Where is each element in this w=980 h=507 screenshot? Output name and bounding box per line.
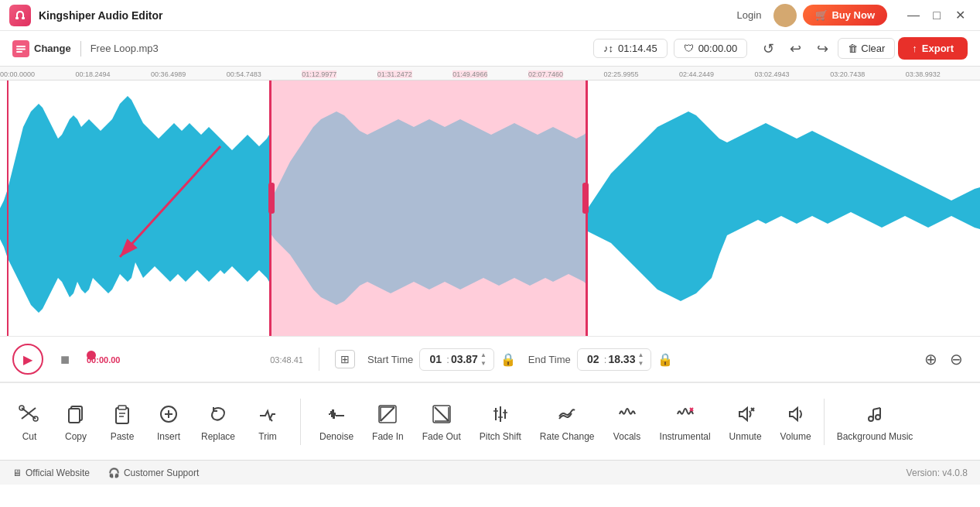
end-lock-icon[interactable]: 🔒 [657, 352, 673, 367]
end-time-stepper[interactable]: ▲ ▼ [637, 351, 644, 368]
end-time-down[interactable]: ▼ [637, 360, 644, 368]
app-title: Kingshiper Audio Editor [39, 9, 731, 22]
paste-icon [110, 402, 135, 426]
ruler-mark-8: 02:25.9955 [603, 70, 638, 78]
ruler-mark-5: 01:31.2472 [377, 70, 412, 78]
undo-button[interactable]: ↩ [784, 37, 808, 60]
tools-section-divider-1 [300, 399, 301, 445]
copy-label: Copy [65, 431, 87, 442]
pitch-shift-tool[interactable]: Pitch Shift [470, 396, 531, 448]
svg-rect-4 [16, 51, 22, 53]
tools-bar: Cut Copy Paste Insert Replace [0, 382, 980, 460]
rate-change-tool[interactable]: Rate Change [531, 396, 604, 448]
ruler-mark-4: 01:12.9977 [302, 70, 336, 78]
login-button[interactable]: Login [731, 6, 768, 24]
close-button[interactable]: ✕ [949, 5, 971, 26]
start-time-down[interactable]: ▼ [480, 360, 487, 368]
time-display: ♪↕ 01:14.45 🛡 00:00.00 [593, 39, 747, 58]
playback-bar: ▶ ■ 00:00.00 03:48.41 ⊞ Start Time 01 : … [0, 336, 980, 382]
start-time-stepper[interactable]: ▲ ▼ [480, 351, 487, 368]
instrumental-tool[interactable]: Instrumental [650, 396, 720, 448]
ruler-mark-3: 00:54.7483 [227, 70, 261, 78]
ruler-mark-0: 00:00.0000 [0, 70, 35, 78]
trim-tool[interactable]: Trim [244, 396, 291, 448]
ruler-mark-12: 03:38.9932 [906, 70, 941, 78]
insert-tool[interactable]: Insert [145, 396, 192, 448]
duration-box: ♪↕ 01:14.45 [593, 39, 668, 58]
denoise-tool[interactable]: Denoise [310, 396, 363, 448]
clear-button[interactable]: 🗑 Clear [838, 38, 895, 59]
redo-button[interactable]: ↪ [811, 37, 835, 60]
ruler-mark-6: 01:49.4966 [452, 70, 487, 78]
ruler-mark-11: 03:20.7438 [830, 70, 865, 78]
vocals-icon [615, 402, 640, 426]
play-button[interactable]: ▶ [12, 344, 43, 375]
position-box: 🛡 00:00.00 [674, 39, 748, 58]
cut-label: Cut [22, 431, 37, 442]
export-icon: ↑ [912, 43, 917, 54]
paste-label: Paste [111, 431, 135, 442]
selection-mode-icon[interactable]: ⊞ [335, 350, 355, 368]
window-controls: — □ ✕ [903, 5, 971, 26]
zoom-out-button[interactable]: ⊖ [945, 348, 968, 370]
fade-in-icon [375, 402, 400, 426]
fade-out-icon [429, 402, 454, 426]
background-music-tool[interactable]: Background Music [828, 396, 923, 448]
ruler-mark-7: 02:07.7460 [528, 70, 563, 78]
title-bar: Kingshiper Audio Editor Login 🛒 Buy Now … [0, 0, 980, 31]
end-time-up[interactable]: ▲ [637, 351, 644, 359]
start-time-up[interactable]: ▲ [480, 351, 487, 359]
waveform-area[interactable] [0, 81, 980, 336]
stop-button[interactable]: ■ [53, 347, 77, 372]
status-bar: 🖥 Official Website 🎧 Customer Support Ve… [0, 460, 980, 485]
paste-tool[interactable]: Paste [99, 396, 145, 448]
fade-in-tool[interactable]: Fade In [363, 396, 413, 448]
buy-now-button[interactable]: 🛒 Buy Now [803, 5, 887, 26]
change-button[interactable]: Change [12, 40, 71, 57]
selection-controls: ⊞ Start Time 01 : 03.87 ▲ ▼ 🔒 End Time 0… [335, 348, 910, 371]
svg-rect-19 [69, 409, 80, 423]
stop-icon: ■ [60, 351, 70, 368]
rate-change-icon [555, 402, 579, 426]
vocals-tool[interactable]: Vocals [604, 396, 650, 448]
official-website-link[interactable]: 🖥 Official Website [12, 468, 90, 478]
copy-tool[interactable]: Copy [53, 396, 99, 448]
toolbar: Change Free Loop.mp3 ♪↕ 01:14.45 🛡 00:00… [0, 31, 980, 67]
avatar [773, 4, 797, 27]
maximize-button[interactable]: □ [926, 5, 948, 26]
unmute-tool[interactable]: Unmute [720, 396, 771, 448]
rate-change-label: Rate Change [540, 431, 595, 442]
export-button[interactable]: ↑ Export [898, 37, 968, 60]
svg-rect-1 [22, 17, 25, 19]
customer-support-link[interactable]: 🎧 Customer Support [108, 468, 199, 478]
instrumental-label: Instrumental [660, 431, 711, 442]
total-time: 03:48.41 [270, 355, 303, 365]
fade-in-label: Fade In [372, 431, 404, 442]
minimize-button[interactable]: — [903, 5, 924, 26]
vocals-label: Vocals [613, 431, 640, 442]
cut-tool[interactable]: Cut [6, 396, 53, 448]
ruler-mark-1: 00:18.2494 [76, 70, 111, 78]
replace-label: Replace [201, 431, 235, 442]
toolbar-actions: ↺ ↩ ↪ 🗑 Clear ↑ Export [756, 37, 968, 60]
volume-icon [784, 402, 808, 426]
volume-label: Volume [780, 431, 811, 442]
start-lock-icon[interactable]: 🔒 [500, 352, 516, 367]
refresh-button[interactable]: ↺ [756, 37, 780, 60]
fade-out-label: Fade Out [422, 431, 461, 442]
fade-out-tool[interactable]: Fade Out [413, 396, 470, 448]
start-time-input[interactable]: 01 : 03.87 ▲ ▼ [419, 348, 494, 371]
instrumental-icon [673, 402, 698, 426]
volume-tool[interactable]: Volume [771, 396, 821, 448]
insert-label: Insert [157, 431, 180, 442]
zoom-in-button[interactable]: ⊕ [920, 348, 942, 370]
end-time-input[interactable]: 02 : 18.33 ▲ ▼ [577, 348, 652, 371]
tools-section-right: Denoise Fade In Fade Out Pitch Shift Rat… [304, 383, 928, 460]
waveform-svg [0, 81, 980, 336]
start-time-region: Start Time 01 : 03.87 ▲ ▼ 🔒 [367, 348, 516, 371]
copy-icon [63, 402, 88, 426]
background-music-icon [862, 402, 887, 426]
svg-line-52 [873, 408, 880, 409]
replace-tool[interactable]: Replace [192, 396, 244, 448]
svg-rect-20 [116, 408, 128, 423]
